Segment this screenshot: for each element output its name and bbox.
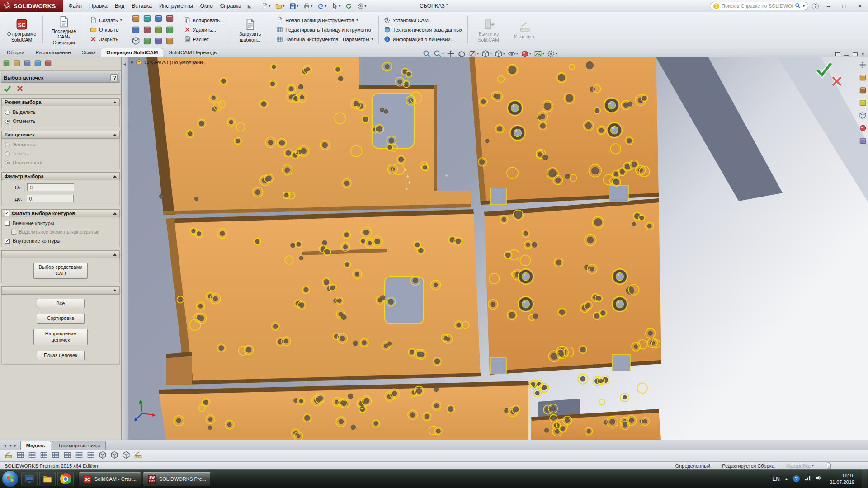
scroll-left-icon[interactable]: ◄ [8, 443, 12, 448]
mdi-minimize-icon[interactable] [844, 55, 849, 56]
tree-expand-icon[interactable]: ▶ [131, 60, 134, 64]
license-information-button[interactable]: iИнформация о лицензии... [382, 35, 464, 43]
zoom-area-button[interactable]: ▾ [433, 49, 444, 58]
property-manager-tab[interactable] [23, 59, 32, 69]
scroll-left-icon[interactable]: ◄ [3, 443, 7, 448]
status-help-icon[interactable] [826, 462, 832, 469]
confirm-cancel-icon[interactable] [831, 75, 843, 87]
open-folder-button[interactable]: ▾ [274, 2, 285, 10]
ok-button[interactable] [4, 85, 11, 92]
graphics-area[interactable]: ▶ СБОРКА3 (По умолчани... [128, 57, 868, 440]
collapse-chevron-icon[interactable] [113, 289, 117, 291]
apply-scene-button[interactable]: ▾ [533, 49, 545, 58]
solidworks-resources-tab[interactable] [859, 74, 867, 83]
pocket-op-button[interactable] [153, 13, 164, 24]
cam-settings-button[interactable]: Установки CAM... [382, 16, 464, 24]
save-button[interactable]: ▾ [288, 2, 299, 10]
from-field[interactable] [27, 183, 74, 191]
open-cam-button[interactable]: Открыть [88, 25, 124, 34]
collapse-chevron-icon[interactable] [113, 212, 117, 215]
about-solidcam-button[interactable]: SCО программе SolidCAM [4, 17, 39, 42]
recent-cam-operations-button[interactable]: Последние CAM-Операции [46, 14, 81, 45]
hide-show-items-button[interactable]: ▾ [507, 49, 519, 58]
setup-caliper-button[interactable] [5, 451, 13, 461]
machine-table-4-button[interactable] [52, 451, 60, 461]
panel-splitter[interactable]: ◄ [122, 57, 128, 440]
face-mill-op-button[interactable] [131, 13, 142, 24]
mdi-close-icon[interactable]: × [861, 52, 864, 57]
appearances-scenes-tab[interactable] [859, 124, 867, 134]
tab-assembly[interactable]: Сборка [1, 48, 30, 57]
chain-type-header[interactable]: Тип цепочек [1, 131, 120, 139]
chrome-taskbar-button[interactable] [57, 472, 74, 486]
dimxpert-manager-tab[interactable] [44, 59, 52, 69]
collapse-chevron-icon[interactable] [113, 253, 117, 256]
menu-item[interactable]: Файл [65, 1, 86, 11]
cad-selection-button[interactable]: Выбор средствами CAD [33, 263, 88, 279]
display-style-button[interactable]: ▾ [494, 49, 505, 58]
mdi-maximize-icon[interactable] [853, 52, 858, 56]
tab-sketch[interactable]: Эскиз [76, 48, 101, 57]
scroll-right-icon[interactable]: ► [14, 443, 18, 448]
checkbox-outer-contours[interactable]: Внешние контуры [5, 221, 116, 226]
zoom-fit-button[interactable] [422, 49, 431, 58]
media-app-taskbar-button[interactable] [21, 472, 38, 486]
print-button[interactable]: ▾ [302, 2, 313, 10]
selection-mode-header[interactable]: Режим выбора [1, 98, 120, 106]
search-icon[interactable] [795, 3, 801, 9]
edit-appearance-button[interactable]: ▾ [520, 49, 532, 58]
select-cursor-button[interactable]: ▾ [330, 2, 341, 10]
minimize-button[interactable]: – [822, 2, 835, 10]
flyout-tree-label[interactable]: СБОРКА3 (По умолчани... [144, 60, 207, 65]
panel-help-button[interactable]: ? [110, 74, 118, 81]
sim5x-op-button[interactable] [131, 36, 142, 47]
view-tab-model[interactable]: Модель [20, 441, 52, 450]
configuration-manager-tab[interactable] [33, 59, 42, 69]
solidcam-window-taskbar-button[interactable]: SCSolidCAM - Стан... [78, 472, 141, 486]
customize-status-item[interactable]: Настройка▾ [786, 463, 814, 469]
rotate-view-button[interactable] [457, 49, 466, 58]
contour3d-op-button[interactable] [142, 24, 153, 35]
clock[interactable]: 18:16 31.07.2019 [830, 472, 854, 485]
custom-properties-tab[interactable] [859, 137, 867, 146]
feature-manager-tab[interactable] [13, 59, 21, 69]
machine-table-7-button[interactable] [87, 451, 95, 461]
collapse-chevron-icon[interactable] [113, 175, 117, 178]
to-field[interactable] [27, 195, 74, 202]
notification-icon[interactable]: ? [793, 475, 800, 482]
edit-tool-table-button[interactable]: Редактировать Таблицу инструменто [274, 25, 375, 34]
help-search-box[interactable]: ? Поиск в Справке по SOLIDWORKS ▾ [710, 2, 808, 10]
maximize-button[interactable]: □ [838, 2, 850, 10]
file-explorer-tab[interactable] [859, 99, 867, 108]
machine-table-1-button[interactable] [16, 451, 24, 461]
machine-table-3-button[interactable] [40, 451, 48, 461]
search-dropdown-icon[interactable]: ▾ [803, 4, 805, 8]
solidworks-window-taskbar-button[interactable]: SW2015SOLIDWORKS Pre... [143, 472, 211, 486]
cancel-button[interactable] [17, 85, 23, 92]
chain-direction-button[interactable]: Направление цепочек [33, 329, 88, 345]
flyout-feature-tree[interactable]: ▶ СБОРКА3 (По умолчани... [131, 59, 207, 66]
engrave-op-button[interactable] [165, 36, 175, 47]
collapse-chevron-icon[interactable] [113, 134, 117, 136]
close-cam-button[interactable]: Закрыть [88, 35, 124, 43]
new-document-button[interactable]: ▾ [260, 2, 271, 10]
machine-table-6-button[interactable] [75, 451, 83, 461]
graphics-viewport[interactable] [128, 57, 868, 440]
technology-database-button[interactable]: Технологическая база данных [382, 25, 464, 34]
tab-solidcam-transitions[interactable]: SolidCAM Переходы [163, 48, 223, 57]
hidden-icons-icon[interactable]: ▲ [784, 477, 788, 481]
measure-pencil-button[interactable] [134, 451, 142, 461]
create-operation-button[interactable]: Создать▾ [88, 16, 124, 24]
selection-filter-header[interactable]: Фильтр выбора [1, 172, 120, 180]
collapse-panel-icon[interactable]: ◄ [123, 62, 127, 440]
tab-layout[interactable]: Расположение [30, 48, 76, 57]
design-library-tab[interactable] [859, 86, 867, 96]
menu-item[interactable]: Вставка [128, 1, 156, 11]
profile-op-button[interactable] [142, 13, 153, 24]
calculate-button[interactable]: Расчет [182, 35, 226, 43]
collapse-taskpane-tab[interactable] [859, 61, 867, 70]
load-template-button[interactable]: Загрузить шаблон... [232, 17, 268, 42]
start-button[interactable] [2, 470, 19, 487]
thread-op-button[interactable] [153, 36, 164, 47]
close-button[interactable]: × [854, 2, 866, 10]
